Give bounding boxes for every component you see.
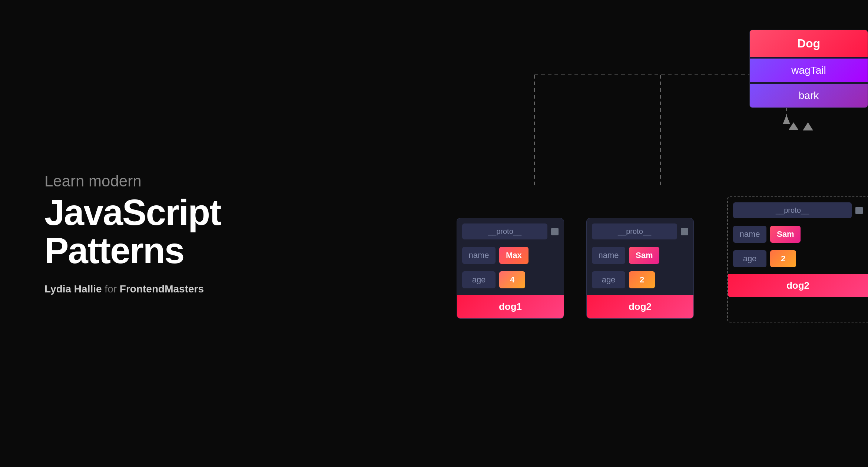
partial-age-key: age bbox=[733, 250, 766, 267]
partial-name-key: name bbox=[733, 226, 766, 243]
partial-footer: dog2 bbox=[728, 274, 868, 297]
partial-proto-key: __proto__ bbox=[733, 202, 852, 218]
partial-arrow-up-icon bbox=[789, 122, 798, 130]
dog1-name-value: Max bbox=[499, 247, 529, 264]
dog2-proto-key: __proto__ bbox=[592, 223, 677, 239]
author-name: Lydia Hallie bbox=[44, 283, 102, 295]
dog2-name-value: Sam bbox=[629, 247, 659, 264]
dog2-object-box: __proto__ name Sam age 2 dog2 bbox=[586, 218, 694, 319]
dog1-object-box: __proto__ name Max age 4 dog1 bbox=[457, 218, 564, 319]
dog1-proto-key: __proto__ bbox=[462, 223, 547, 239]
dog2-proto-row: __proto__ bbox=[587, 218, 693, 243]
hero-section: Learn modern JavaScript Patterns Lydia H… bbox=[44, 172, 304, 295]
partial-name-value: Sam bbox=[770, 226, 801, 243]
dog2-footer: dog2 bbox=[587, 295, 693, 318]
dog1-age-value: 4 bbox=[499, 271, 525, 288]
hero-subtitle: Learn modern bbox=[44, 172, 304, 191]
partial-age-row: age 2 bbox=[728, 246, 868, 271]
dog1-footer: dog1 bbox=[457, 295, 564, 318]
hero-title: JavaScript Patterns bbox=[44, 193, 304, 270]
arrow-up-icon bbox=[803, 122, 813, 130]
dog1-name-key: name bbox=[462, 247, 496, 264]
dog1-age-key: age bbox=[462, 271, 496, 288]
partial-proto-anchor bbox=[855, 207, 863, 214]
dog1-age-row: age 4 bbox=[457, 268, 564, 292]
partial-age-value: 2 bbox=[770, 250, 796, 267]
for-text: for bbox=[105, 283, 117, 295]
dog1-name-row: name Max bbox=[457, 243, 564, 268]
dog-class-header: Dog bbox=[750, 30, 868, 57]
dog2-age-key: age bbox=[592, 271, 625, 288]
partial-name-row: name Sam bbox=[728, 222, 868, 246]
dog2-age-value: 2 bbox=[629, 271, 655, 288]
dog1-proto-anchor bbox=[551, 228, 559, 235]
dog2-name-key: name bbox=[592, 247, 625, 264]
bark-method: bark bbox=[750, 84, 868, 107]
partial-dashed-box: __proto__ name Sam age 2 dog2 bbox=[727, 196, 868, 322]
dog2-name-row: name Sam bbox=[587, 243, 693, 268]
wagtail-method: wagTail bbox=[750, 59, 868, 82]
author-line: Lydia Hallie for FrontendMasters bbox=[44, 283, 304, 295]
diagram-section: Dog wagTail bark __proto__ name Max age … bbox=[349, 0, 868, 467]
platform-name: FrontendMasters bbox=[120, 283, 204, 295]
dog-class-box: Dog wagTail bark bbox=[749, 30, 868, 108]
dog2-proto-anchor bbox=[681, 228, 688, 235]
dog1-proto-row: __proto__ bbox=[457, 218, 564, 243]
partial-proto-row: __proto__ bbox=[728, 197, 868, 222]
dog2-age-row: age 2 bbox=[587, 268, 693, 292]
